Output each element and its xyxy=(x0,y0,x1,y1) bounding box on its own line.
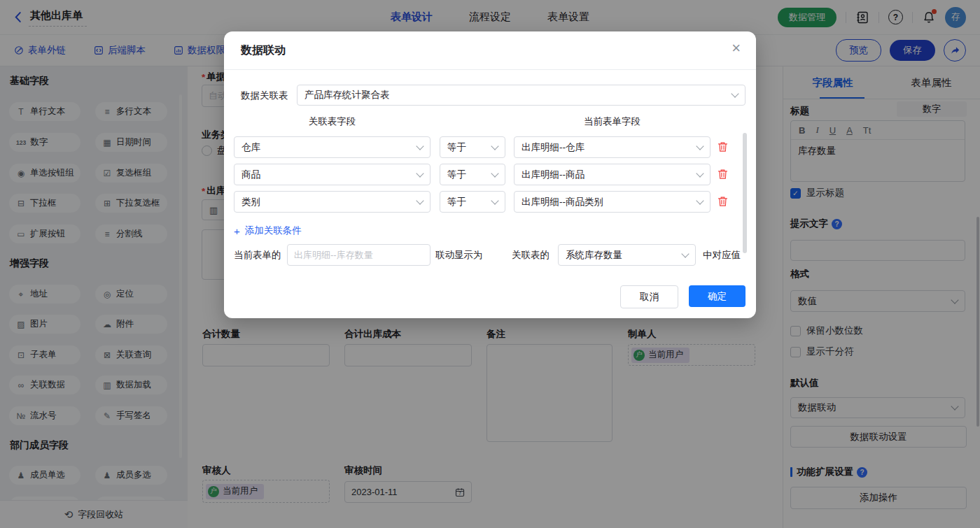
condition-left-select[interactable]: 仓库 xyxy=(234,136,430,158)
chevron-down-icon xyxy=(491,142,498,150)
confirm-button[interactable]: 确定 xyxy=(689,285,746,307)
chevron-down-icon xyxy=(416,169,424,177)
condition-right-select[interactable]: 出库明细--商品类别 xyxy=(514,191,710,213)
chevron-down-icon xyxy=(416,197,424,204)
chevron-down-icon xyxy=(491,169,498,177)
column-header-link-table-field: 关联表字段 xyxy=(234,115,430,128)
condition-operator-select[interactable]: 等于 xyxy=(440,164,505,185)
chevron-down-icon xyxy=(681,250,689,257)
chevron-down-icon xyxy=(696,142,704,150)
bottom-mid-label: 联动显示为 xyxy=(435,244,483,266)
close-icon[interactable]: × xyxy=(732,41,741,56)
chevron-down-icon xyxy=(491,197,498,204)
bottom-suffix-label: 中对应值 xyxy=(703,244,741,266)
bottom-of-table-label: 关联表的 xyxy=(512,244,550,266)
link-table-select[interactable]: 产品库存统计聚合表 xyxy=(297,85,746,106)
delete-condition-icon[interactable] xyxy=(718,141,728,152)
condition-operator-select[interactable]: 等于 xyxy=(440,136,505,158)
condition-right-select[interactable]: 出库明细--仓库 xyxy=(514,136,710,158)
plus-icon: + xyxy=(234,225,240,237)
bottom-prefix-label: 当前表单的 xyxy=(234,244,281,266)
delete-condition-icon[interactable] xyxy=(718,169,728,180)
condition-left-select[interactable]: 类别 xyxy=(234,191,430,213)
data-linkage-modal: 数据联动 × 数据关联表 产品库存统计聚合表 关联表字段 当前表单字段 仓库 等… xyxy=(224,31,756,318)
modal-scrollbar[interactable] xyxy=(743,133,747,253)
condition-right-select[interactable]: 出库明细--商品 xyxy=(514,164,710,185)
chevron-down-icon xyxy=(731,90,738,97)
app-screen: 其他出库单 表单设计 流程设定 表单设置 数据管理 ? 存 表单外链 xyxy=(0,0,980,528)
column-header-current-form-field: 当前表单字段 xyxy=(514,115,710,128)
modal-header: 数据联动 × xyxy=(224,31,756,70)
condition-left-select[interactable]: 商品 xyxy=(234,164,430,185)
cancel-button[interactable]: 取消 xyxy=(620,285,678,308)
link-table-label: 数据关联表 xyxy=(241,85,288,106)
modal-title: 数据联动 xyxy=(241,43,286,58)
source-field-select[interactable]: 系统库存数量 xyxy=(558,244,696,266)
chevron-down-icon xyxy=(696,169,704,177)
add-condition-link[interactable]: + 添加关联条件 xyxy=(234,224,302,237)
target-field-input[interactable]: 出库明细--库存数量 xyxy=(287,244,430,266)
delete-condition-icon[interactable] xyxy=(718,196,728,207)
chevron-down-icon xyxy=(416,142,424,150)
condition-operator-select[interactable]: 等于 xyxy=(440,191,505,213)
chevron-down-icon xyxy=(696,197,704,204)
